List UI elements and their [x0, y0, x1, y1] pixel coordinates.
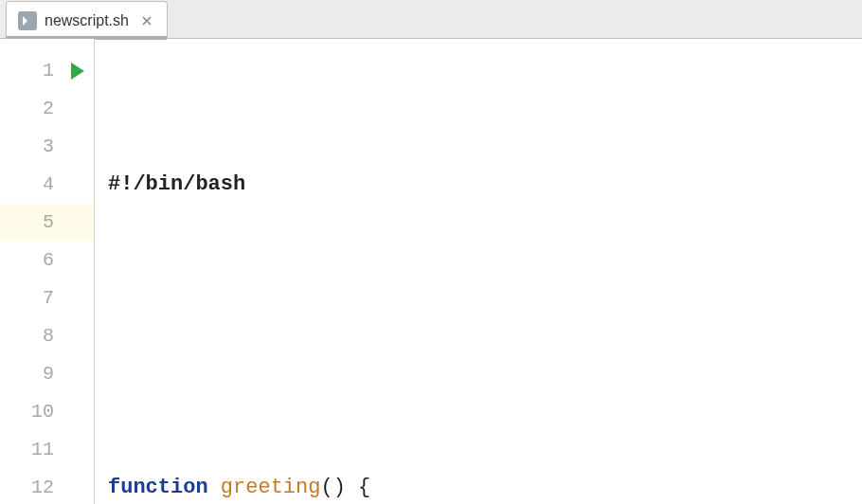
- gutter-line[interactable]: 4: [0, 166, 94, 204]
- keyword-function: function: [108, 476, 208, 499]
- gutter-line[interactable]: 7: [0, 279, 94, 317]
- line-number: 12: [31, 477, 54, 498]
- shell-file-icon: [18, 11, 37, 30]
- line-number: 3: [43, 135, 54, 157]
- gutter-line[interactable]: 12: [0, 469, 94, 504]
- gutter-line[interactable]: 6: [0, 242, 94, 279]
- line-number: 10: [31, 401, 54, 423]
- code-line[interactable]: function greeting() {: [95, 469, 862, 504]
- code-text: () {: [320, 476, 370, 499]
- line-number: 1: [43, 60, 54, 81]
- gutter-line[interactable]: 5: [0, 204, 94, 242]
- code-editor[interactable]: 1 2 3 4 5 6 7 8 9 10 11 12 #!/bin/bash f…: [0, 39, 862, 504]
- line-number: 6: [43, 249, 54, 271]
- gutter-line[interactable]: 11: [0, 431, 94, 469]
- line-number: 7: [43, 287, 54, 309]
- gutter-line[interactable]: 9: [0, 355, 94, 393]
- function-name: greeting: [221, 476, 321, 499]
- line-number: 9: [43, 363, 54, 385]
- line-number: 5: [43, 211, 54, 233]
- tab-close-button[interactable]: [140, 14, 153, 27]
- line-number: 4: [43, 173, 54, 195]
- code-line[interactable]: [95, 317, 862, 355]
- run-gutter-icon[interactable]: [71, 63, 84, 80]
- code-line[interactable]: #!/bin/bash: [95, 166, 862, 204]
- gutter-line[interactable]: 3: [0, 128, 94, 166]
- line-number-gutter: 1 2 3 4 5 6 7 8 9 10 11 12: [0, 39, 95, 504]
- line-number: 2: [43, 98, 54, 119]
- gutter-line[interactable]: 1: [0, 52, 94, 90]
- code-area[interactable]: #!/bin/bash function greeting() { hello=…: [95, 39, 862, 504]
- file-tab[interactable]: newscript.sh: [6, 1, 168, 39]
- tab-bar: newscript.sh: [0, 0, 862, 39]
- line-number: 11: [31, 439, 54, 460]
- gutter-line[interactable]: 8: [0, 317, 94, 355]
- tab-filename: newscript.sh: [45, 12, 129, 29]
- gutter-line[interactable]: 10: [0, 393, 94, 431]
- gutter-line[interactable]: 2: [0, 90, 94, 128]
- shebang: #!/bin/bash: [108, 172, 245, 196]
- line-number: 8: [43, 325, 54, 347]
